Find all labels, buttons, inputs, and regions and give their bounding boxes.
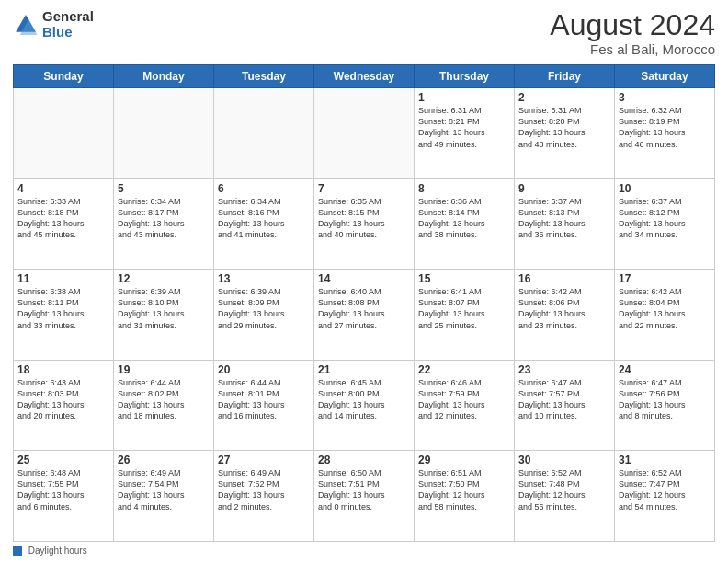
week-row-3: 18Sunrise: 6:43 AM Sunset: 8:03 PM Dayli… — [14, 360, 715, 450]
day-header-thursday: Thursday — [415, 65, 515, 88]
day-cell: 11Sunrise: 6:38 AM Sunset: 8:11 PM Dayli… — [14, 270, 114, 360]
day-cell: 6Sunrise: 6:34 AM Sunset: 8:16 PM Daylig… — [214, 178, 314, 269]
day-number: 12 — [118, 272, 210, 285]
day-cell: 13Sunrise: 6:39 AM Sunset: 8:09 PM Dayli… — [214, 270, 314, 360]
logo-blue: Blue — [42, 25, 94, 40]
day-info: Sunrise: 6:45 AM Sunset: 8:00 PM Dayligh… — [318, 377, 410, 422]
day-number: 25 — [17, 454, 109, 466]
page: General Blue August 2024 Fes al Bali, Mo… — [0, 0, 728, 563]
day-number: 19 — [118, 363, 210, 376]
day-number: 15 — [418, 272, 510, 285]
day-cell: 9Sunrise: 6:37 AM Sunset: 8:13 PM Daylig… — [515, 178, 615, 269]
day-info: Sunrise: 6:31 AM Sunset: 8:21 PM Dayligh… — [418, 105, 510, 150]
day-cell: 22Sunrise: 6:46 AM Sunset: 7:59 PM Dayli… — [415, 360, 515, 450]
day-info: Sunrise: 6:44 AM Sunset: 8:02 PM Dayligh… — [118, 377, 210, 422]
day-cell — [14, 88, 114, 178]
day-info: Sunrise: 6:40 AM Sunset: 8:08 PM Dayligh… — [318, 286, 410, 331]
day-cell: 25Sunrise: 6:48 AM Sunset: 7:55 PM Dayli… — [14, 451, 114, 542]
day-number: 10 — [619, 182, 711, 195]
legend: Daylight hours — [13, 546, 715, 556]
day-info: Sunrise: 6:43 AM Sunset: 8:03 PM Dayligh… — [17, 377, 109, 422]
day-number: 30 — [518, 454, 610, 466]
day-info: Sunrise: 6:39 AM Sunset: 8:09 PM Dayligh… — [218, 286, 310, 331]
day-number: 9 — [518, 182, 610, 195]
day-header-wednesday: Wednesday — [314, 65, 415, 88]
days-header-row: SundayMondayTuesdayWednesdayThursdayFrid… — [14, 65, 715, 88]
day-number: 7 — [318, 182, 410, 195]
week-row-2: 11Sunrise: 6:38 AM Sunset: 8:11 PM Dayli… — [14, 270, 715, 360]
day-number: 18 — [17, 363, 109, 376]
day-number: 27 — [218, 454, 310, 466]
day-info: Sunrise: 6:41 AM Sunset: 8:07 PM Dayligh… — [418, 286, 510, 331]
day-cell: 12Sunrise: 6:39 AM Sunset: 8:10 PM Dayli… — [114, 270, 214, 360]
day-info: Sunrise: 6:49 AM Sunset: 7:52 PM Dayligh… — [218, 467, 310, 512]
day-number: 29 — [418, 454, 510, 466]
day-info: Sunrise: 6:52 AM Sunset: 7:48 PM Dayligh… — [518, 467, 610, 512]
day-header-monday: Monday — [114, 65, 214, 88]
day-cell: 28Sunrise: 6:50 AM Sunset: 7:51 PM Dayli… — [314, 451, 415, 542]
day-info: Sunrise: 6:31 AM Sunset: 8:20 PM Dayligh… — [518, 105, 610, 150]
day-info: Sunrise: 6:48 AM Sunset: 7:55 PM Dayligh… — [17, 467, 109, 512]
day-number: 4 — [17, 182, 109, 195]
day-header-tuesday: Tuesday — [214, 65, 314, 88]
day-number: 14 — [318, 272, 410, 285]
day-cell — [114, 88, 214, 178]
day-cell: 15Sunrise: 6:41 AM Sunset: 8:07 PM Dayli… — [415, 270, 515, 360]
day-info: Sunrise: 6:37 AM Sunset: 8:13 PM Dayligh… — [518, 196, 610, 241]
day-cell: 3Sunrise: 6:32 AM Sunset: 8:19 PM Daylig… — [615, 88, 715, 178]
day-cell: 10Sunrise: 6:37 AM Sunset: 8:12 PM Dayli… — [615, 178, 715, 269]
legend-label: Daylight hours — [28, 546, 87, 556]
location: Fes al Bali, Morocco — [550, 41, 715, 57]
day-number: 28 — [318, 454, 410, 466]
day-header-sunday: Sunday — [14, 65, 114, 88]
day-number: 6 — [218, 182, 310, 195]
day-cell: 1Sunrise: 6:31 AM Sunset: 8:21 PM Daylig… — [415, 88, 515, 178]
day-cell: 30Sunrise: 6:52 AM Sunset: 7:48 PM Dayli… — [515, 451, 615, 542]
day-cell — [214, 88, 314, 178]
day-number: 11 — [17, 272, 109, 285]
day-info: Sunrise: 6:46 AM Sunset: 7:59 PM Dayligh… — [418, 377, 510, 422]
calendar-table: SundayMondayTuesdayWednesdayThursdayFrid… — [13, 64, 715, 541]
day-info: Sunrise: 6:44 AM Sunset: 8:01 PM Dayligh… — [218, 377, 310, 422]
logo-general: General — [42, 9, 94, 25]
day-number: 5 — [118, 182, 210, 195]
day-info: Sunrise: 6:50 AM Sunset: 7:51 PM Dayligh… — [318, 467, 410, 512]
day-info: Sunrise: 6:42 AM Sunset: 8:06 PM Dayligh… — [518, 286, 610, 331]
day-info: Sunrise: 6:34 AM Sunset: 8:16 PM Dayligh… — [218, 196, 310, 241]
day-cell: 5Sunrise: 6:34 AM Sunset: 8:17 PM Daylig… — [114, 178, 214, 269]
day-info: Sunrise: 6:47 AM Sunset: 7:57 PM Dayligh… — [518, 377, 610, 422]
day-number: 8 — [418, 182, 510, 195]
day-number: 26 — [118, 454, 210, 466]
day-info: Sunrise: 6:34 AM Sunset: 8:17 PM Dayligh… — [118, 196, 210, 241]
day-cell: 23Sunrise: 6:47 AM Sunset: 7:57 PM Dayli… — [515, 360, 615, 450]
legend-dot — [13, 546, 22, 556]
week-row-0: 1Sunrise: 6:31 AM Sunset: 8:21 PM Daylig… — [14, 88, 715, 178]
title-block: August 2024 Fes al Bali, Morocco — [550, 9, 715, 57]
day-info: Sunrise: 6:51 AM Sunset: 7:50 PM Dayligh… — [418, 467, 510, 512]
day-cell: 29Sunrise: 6:51 AM Sunset: 7:50 PM Dayli… — [415, 451, 515, 542]
week-row-4: 25Sunrise: 6:48 AM Sunset: 7:55 PM Dayli… — [14, 451, 715, 542]
day-cell: 2Sunrise: 6:31 AM Sunset: 8:20 PM Daylig… — [515, 88, 615, 178]
day-number: 1 — [418, 91, 510, 104]
logo: General Blue — [13, 9, 94, 40]
day-cell: 14Sunrise: 6:40 AM Sunset: 8:08 PM Dayli… — [314, 270, 415, 360]
day-number: 16 — [518, 272, 610, 285]
day-info: Sunrise: 6:52 AM Sunset: 7:47 PM Dayligh… — [619, 467, 711, 512]
day-info: Sunrise: 6:33 AM Sunset: 8:18 PM Dayligh… — [17, 196, 109, 241]
day-info: Sunrise: 6:39 AM Sunset: 8:10 PM Dayligh… — [118, 286, 210, 331]
week-row-1: 4Sunrise: 6:33 AM Sunset: 8:18 PM Daylig… — [14, 178, 715, 269]
day-number: 20 — [218, 363, 310, 376]
day-number: 31 — [619, 454, 711, 466]
day-cell: 8Sunrise: 6:36 AM Sunset: 8:14 PM Daylig… — [415, 178, 515, 269]
day-cell: 7Sunrise: 6:35 AM Sunset: 8:15 PM Daylig… — [314, 178, 415, 269]
day-info: Sunrise: 6:36 AM Sunset: 8:14 PM Dayligh… — [418, 196, 510, 241]
day-number: 2 — [518, 91, 610, 104]
day-number: 17 — [619, 272, 711, 285]
day-cell: 4Sunrise: 6:33 AM Sunset: 8:18 PM Daylig… — [14, 178, 114, 269]
day-number: 21 — [318, 363, 410, 376]
header: General Blue August 2024 Fes al Bali, Mo… — [13, 9, 715, 57]
day-cell: 26Sunrise: 6:49 AM Sunset: 7:54 PM Dayli… — [114, 451, 214, 542]
day-cell: 17Sunrise: 6:42 AM Sunset: 8:04 PM Dayli… — [615, 270, 715, 360]
day-cell: 19Sunrise: 6:44 AM Sunset: 8:02 PM Dayli… — [114, 360, 214, 450]
day-info: Sunrise: 6:42 AM Sunset: 8:04 PM Dayligh… — [619, 286, 711, 331]
